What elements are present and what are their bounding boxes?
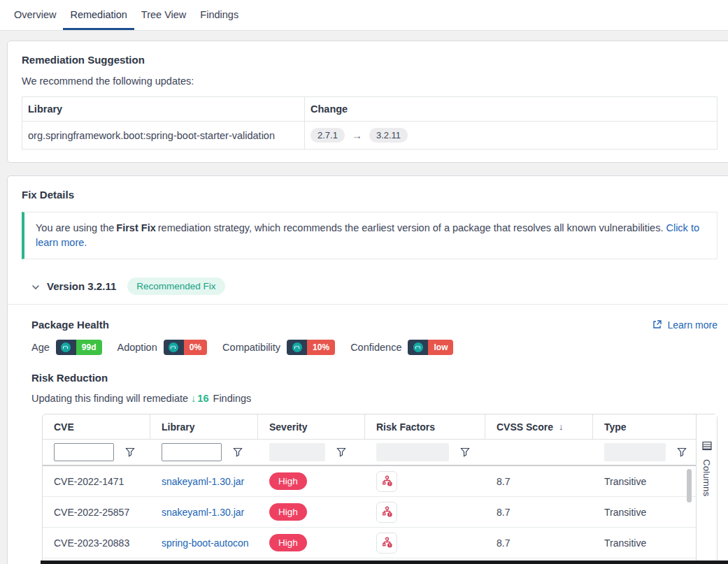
cve-cell: CVE-2022-25857 [43,507,150,518]
library-filter-input[interactable] [162,443,222,461]
package-health-metrics: Age 99d Adoption 0% Compatibility 10% [31,340,718,355]
transitive-risk-icon[interactable]: ! [376,502,397,523]
remediated-findings-count: 16 [197,393,208,404]
cve-filter-funnel-icon[interactable] [125,447,135,457]
type-filter-input[interactable] [604,443,666,461]
severity-filter-input[interactable] [269,443,325,461]
column-header-library[interactable]: Library [150,414,258,439]
strategy-callout: You are using theFirst Fixremediation st… [22,212,718,259]
library-link[interactable]: snakeyaml-1.30.jar [162,476,244,487]
version-header-row[interactable]: Version 3.2.11 Recommended Fix [31,277,718,295]
metric-confidence-badge: low [408,340,453,355]
metric-confidence: Confidence low [350,340,453,355]
external-link-icon [652,319,662,330]
metric-adoption: Adoption 0% [117,340,208,355]
library-link[interactable]: spring-boot-autocon [162,537,249,549]
learn-more-label: Learn more [667,319,718,331]
metric-compatibility-value: 10% [307,340,335,355]
metric-age: Age 99d [31,340,102,355]
version-section: Version 3.2.11 Recommended Fix Package H… [31,277,718,564]
cve-cell: CVE-2023-20883 [43,537,150,549]
tab-findings[interactable]: Findings [193,0,245,30]
package-health-logo-icon [164,340,184,355]
severity-badge: High [269,503,307,521]
column-header-severity[interactable]: Severity [258,414,365,439]
decrease-arrow-icon: ↓ [191,393,196,404]
columns-button-label: Columns [701,459,712,496]
package-health-logo-icon [287,340,307,355]
type-cell: Transitive [593,476,696,487]
library-link[interactable]: snakeyaml-1.30.jar [162,507,244,518]
metric-compatibility-label: Compatibility [222,342,280,353]
remediation-suggestion-title: Remediation Suggestion [22,54,718,66]
table-vertical-scrollbar[interactable] [687,469,692,502]
severity-badge: High [269,472,307,490]
findings-table: CVE Library Severity Risk Factors CVSS S… [42,414,718,564]
column-header-risk-factors[interactable]: Risk Factors [365,414,485,439]
risk-factors-filter-funnel-icon[interactable] [460,447,470,457]
from-version-pill: 2.7.1 [311,128,345,143]
table-row: CVE-2022-25857 snakeyaml-1.30.jar High !… [43,497,696,528]
callout-strategy-name: First Fix [116,222,155,233]
columns-grid-icon [702,441,712,451]
type-filter-funnel-icon[interactable] [677,447,687,457]
risk-reduction-text: Updating this finding will remediate [31,393,188,404]
risk-reduction-text-after: Findings [213,393,252,404]
table-row: CVE-2022-1471 snakeyaml-1.30.jar High ! … [43,466,696,497]
metric-compatibility: Compatibility 10% [222,340,335,355]
to-version-pill: 3.2.11 [369,128,408,143]
viewport-bottom-edge [41,561,728,564]
risk-reduction-line: Updating this finding will remediate ↓16… [31,393,718,404]
metric-confidence-value: low [428,340,453,355]
metric-adoption-label: Adoption [117,342,157,353]
column-header-cvss-score[interactable]: CVSS Score↓ [485,414,593,439]
package-health-logo-icon [408,340,428,355]
change-cell: 2.7.1 → 3.2.11 [305,122,416,149]
tab-bar: Overview Remediation Tree View Findings [0,0,728,31]
transitive-risk-icon[interactable]: ! [376,471,397,492]
severity-badge: High [269,534,307,551]
table-row: CVE-2023-20883 spring-boot-autocon High … [43,528,696,558]
fix-details-card: Fix Details You are using theFirst Fixre… [7,175,728,564]
findings-table-header: CVE Library Severity Risk Factors CVSS S… [43,414,696,440]
library-filter-funnel-icon[interactable] [233,447,243,457]
suggestion-table-row: org.springframework.boot:spring-boot-sta… [22,122,717,149]
svg-text:!: ! [389,482,390,486]
risk-factors-filter-input[interactable] [376,443,449,461]
findings-filter-row [43,440,696,466]
metric-compatibility-badge: 10% [287,340,335,355]
severity-filter-funnel-icon[interactable] [336,447,346,457]
sort-desc-arrow-icon[interactable]: ↓ [559,421,564,432]
package-health-title: Package Health [31,319,109,331]
metric-confidence-label: Confidence [350,342,401,353]
metric-adoption-value: 0% [184,340,207,355]
recommended-fix-badge: Recommended Fix [127,277,224,295]
transitive-risk-icon[interactable]: ! [376,533,397,554]
remediation-intro-text: We recommend the following updates: [22,75,718,87]
metric-age-label: Age [31,342,50,353]
version-change-arrow-icon: → [352,129,362,141]
metric-adoption-badge: 0% [164,340,207,355]
fix-details-title: Fix Details [22,189,718,201]
library-column-header: Library [22,97,305,121]
cvss-cell: 8.7 [485,537,593,549]
columns-panel-toggle[interactable]: Columns [696,414,717,564]
change-column-header: Change [305,97,356,121]
svg-text:!: ! [389,512,390,516]
column-header-cve[interactable]: CVE [43,414,150,439]
section-divider [8,304,728,305]
chevron-down-icon[interactable] [31,282,40,291]
tab-remediation[interactable]: Remediation [63,0,134,30]
type-cell: Transitive [593,537,696,549]
cve-cell: CVE-2022-1471 [43,476,150,487]
column-header-type[interactable]: Type [593,414,696,439]
tab-tree-view[interactable]: Tree View [134,0,193,30]
metric-age-value: 99d [76,340,102,355]
learn-more-link[interactable]: Learn more [652,319,718,331]
cvss-cell: 8.7 [485,507,593,518]
library-name: org.springframework.boot:spring-boot-sta… [22,122,305,149]
cve-filter-input[interactable] [54,443,114,461]
tab-overview[interactable]: Overview [7,0,63,30]
version-title: Version 3.2.11 [47,280,116,292]
suggestion-table: Library Change org.springframework.boot:… [22,96,718,150]
